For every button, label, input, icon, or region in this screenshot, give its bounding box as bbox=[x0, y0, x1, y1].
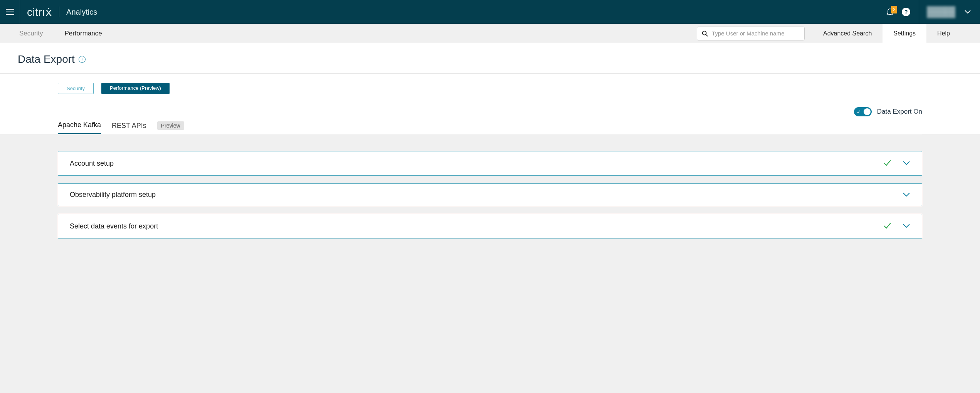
panel-account-setup[interactable]: Account setup bbox=[58, 151, 922, 176]
pill-performance[interactable]: Performance (Preview) bbox=[101, 83, 170, 94]
subnav-tab-security[interactable]: Security bbox=[19, 30, 43, 37]
advanced-search-link[interactable]: Advanced Search bbox=[812, 24, 883, 43]
search-box[interactable] bbox=[697, 27, 805, 40]
svg-line-4 bbox=[706, 34, 708, 36]
user-info: ████████ ████████ bbox=[927, 6, 955, 18]
notification-count-badge: 2 bbox=[891, 6, 897, 13]
tab-apache-kafka[interactable]: Apache Kafka bbox=[58, 121, 101, 134]
info-icon[interactable]: i bbox=[79, 56, 86, 63]
toggle-knob bbox=[864, 108, 871, 115]
app-name: Analytics bbox=[59, 8, 104, 17]
notifications-button[interactable]: 2 bbox=[886, 8, 893, 16]
svg-point-3 bbox=[703, 31, 706, 35]
panel-select-data-events[interactable]: Select data events for export bbox=[58, 214, 922, 238]
global-header: citrıẋ Analytics 2 ? ████████ ████████ bbox=[0, 0, 980, 24]
sub-navigation: Security Performance Advanced Search Set… bbox=[0, 24, 980, 43]
help-link[interactable]: Help bbox=[926, 24, 961, 43]
panel-observability-platform-setup[interactable]: Observability platform setup bbox=[58, 183, 922, 206]
content-area: Security Performance (Preview) ✓ Data Ex… bbox=[0, 74, 980, 134]
divider bbox=[897, 222, 897, 230]
page-title-bar: Data Export i bbox=[0, 43, 980, 74]
panels-section: Account setup Observability platform set… bbox=[0, 134, 980, 258]
menu-button[interactable] bbox=[0, 0, 20, 24]
page-title: Data Export bbox=[18, 53, 75, 66]
check-icon bbox=[883, 158, 891, 168]
search-icon bbox=[702, 30, 708, 37]
preview-badge: Preview bbox=[157, 121, 184, 130]
hamburger-icon bbox=[6, 9, 14, 15]
help-button[interactable]: ? bbox=[902, 8, 910, 16]
chevron-down-icon bbox=[903, 223, 910, 230]
panel-title: Select data events for export bbox=[70, 222, 883, 230]
toggle-label: Data Export On bbox=[877, 108, 922, 116]
tab-rest-apis[interactable]: REST APIs bbox=[112, 122, 146, 134]
check-icon: ✓ bbox=[857, 109, 861, 115]
mode-pills: Security Performance (Preview) bbox=[58, 83, 922, 94]
export-tabs: Apache Kafka REST APIs Preview bbox=[58, 121, 922, 134]
chevron-down-icon bbox=[903, 160, 910, 167]
check-icon bbox=[883, 221, 891, 231]
pill-security[interactable]: Security bbox=[58, 83, 94, 94]
divider bbox=[897, 159, 897, 168]
data-export-toggle-row: ✓ Data Export On bbox=[58, 107, 922, 116]
user-menu[interactable]: ████████ ████████ bbox=[919, 0, 978, 24]
panel-title: Account setup bbox=[70, 160, 883, 168]
brand-logo: citrıẋ bbox=[20, 6, 59, 18]
subnav-tab-performance[interactable]: Performance bbox=[64, 30, 102, 37]
chevron-down-icon bbox=[903, 191, 910, 198]
data-export-toggle[interactable]: ✓ bbox=[854, 107, 872, 116]
panel-title: Observability platform setup bbox=[70, 191, 903, 199]
settings-link[interactable]: Settings bbox=[883, 24, 926, 43]
search-input[interactable] bbox=[712, 30, 800, 37]
chevron-down-icon bbox=[965, 8, 971, 15]
